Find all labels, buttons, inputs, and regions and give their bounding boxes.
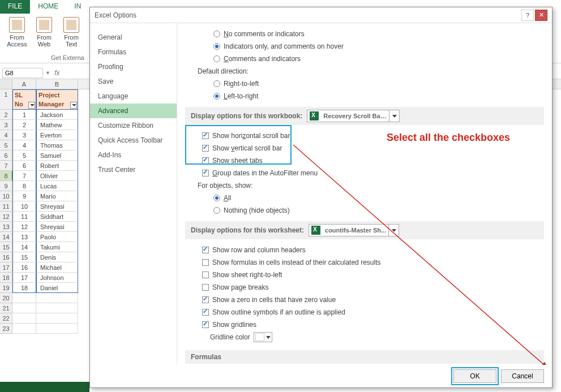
- tab-file[interactable]: FILE: [0, 0, 30, 14]
- row-header[interactable]: 15: [0, 242, 12, 252]
- cell-pm[interactable]: Shreyasi: [36, 222, 78, 232]
- cell-pm[interactable]: Siddhart: [36, 212, 78, 222]
- chevron-down-icon[interactable]: [388, 225, 399, 236]
- cell-slno[interactable]: 12: [12, 222, 36, 232]
- radio-obj-hide[interactable]: [213, 207, 220, 214]
- filter-dropdown-icon[interactable]: [70, 102, 77, 109]
- from-web-button[interactable]: FromWeb: [32, 16, 57, 48]
- empty-cell[interactable]: [36, 293, 78, 303]
- sidebar-item-trust-center[interactable]: Trust Center: [90, 162, 177, 177]
- row-header[interactable]: 2: [0, 110, 12, 120]
- help-button[interactable]: ?: [521, 10, 534, 21]
- fx-icon[interactable]: fx: [53, 69, 62, 77]
- check-sheet-rtl[interactable]: [202, 272, 209, 278]
- check-page-breaks[interactable]: [202, 284, 209, 291]
- radio-no-comments[interactable]: [213, 31, 220, 37]
- cell-slno[interactable]: 11: [12, 212, 36, 222]
- cell-pm[interactable]: Takumi: [36, 242, 78, 252]
- radio-comments-indicators[interactable]: [213, 55, 220, 62]
- check-sheet-tabs[interactable]: [202, 157, 209, 164]
- row-header[interactable]: 10: [0, 191, 12, 201]
- tab-insert[interactable]: IN: [66, 0, 89, 14]
- cell-pm[interactable]: Mario: [36, 191, 78, 201]
- row-header[interactable]: 17: [0, 262, 12, 273]
- cell-slno[interactable]: 16: [12, 262, 36, 273]
- radio-ltr[interactable]: [213, 93, 220, 100]
- check-hscroll[interactable]: [202, 132, 209, 139]
- col-header-b[interactable]: B: [36, 79, 78, 89]
- cell-slno[interactable]: 1: [12, 110, 36, 120]
- row-header[interactable]: 11: [0, 201, 12, 212]
- row-header[interactable]: 16: [0, 252, 12, 262]
- cell-slno[interactable]: 5: [12, 150, 36, 161]
- row-header[interactable]: 8: [0, 171, 12, 181]
- cell-pm[interactable]: Samuel: [36, 150, 78, 161]
- radio-obj-all[interactable]: [213, 195, 220, 201]
- row-header[interactable]: 19: [0, 283, 12, 293]
- check-show-zero[interactable]: [202, 296, 209, 303]
- cancel-button[interactable]: Cancel: [501, 369, 544, 383]
- row-header[interactable]: 20: [0, 293, 12, 303]
- dropdown-icon[interactable]: ▼: [45, 70, 50, 76]
- cell-slno[interactable]: 7: [12, 171, 36, 181]
- row-header[interactable]: 18: [0, 273, 12, 283]
- row-header[interactable]: 7: [0, 161, 12, 171]
- radio-indicators-only[interactable]: [213, 43, 220, 50]
- cell-pm[interactable]: Mathew: [36, 120, 78, 130]
- cell-slno[interactable]: 15: [12, 252, 36, 262]
- cell-slno[interactable]: 10: [12, 201, 36, 212]
- check-row-col-headers[interactable]: [202, 247, 209, 253]
- cell-slno[interactable]: 3: [12, 130, 36, 140]
- dialog-titlebar[interactable]: Excel Options ? ✕: [90, 7, 552, 23]
- empty-cell[interactable]: [12, 324, 36, 334]
- select-all-corner[interactable]: [0, 79, 12, 89]
- cell-pm[interactable]: Michael: [36, 262, 78, 273]
- check-vscroll[interactable]: [202, 145, 209, 152]
- row-header[interactable]: 22: [0, 313, 12, 324]
- sidebar-item-language[interactable]: Language: [90, 89, 177, 104]
- check-group-dates[interactable]: [202, 170, 209, 176]
- cell-pm[interactable]: Johnson: [36, 273, 78, 283]
- cell-slno[interactable]: 17: [12, 273, 36, 283]
- gridline-color-picker[interactable]: [254, 332, 272, 342]
- dialog-main-panel[interactable]: NNo comments or indicatorso comments or …: [177, 23, 552, 365]
- check-outline-symbols[interactable]: [202, 309, 209, 316]
- cell-slno[interactable]: 18: [12, 283, 36, 293]
- cell-pm[interactable]: Jackson: [36, 110, 78, 120]
- close-button[interactable]: ✕: [535, 10, 547, 21]
- table-header-slno[interactable]: SLNo: [12, 89, 36, 110]
- worksheet-combo[interactable]: countifs-Master Sh...: [309, 224, 399, 236]
- check-show-formulas[interactable]: [202, 259, 209, 266]
- sidebar-item-customize-ribbon[interactable]: Customize Ribbon: [90, 118, 177, 133]
- cell-pm[interactable]: Paolo: [36, 232, 78, 242]
- empty-cell[interactable]: [12, 293, 36, 303]
- cell-pm[interactable]: Denis: [36, 252, 78, 262]
- check-gridlines[interactable]: [202, 321, 209, 328]
- cell-pm[interactable]: Olivier: [36, 171, 78, 181]
- cell-pm[interactable]: Robert: [36, 161, 78, 171]
- empty-cell[interactable]: [12, 303, 36, 313]
- empty-cell[interactable]: [12, 313, 36, 324]
- table-header-pm[interactable]: ProjectManager: [36, 89, 78, 110]
- cell-slno[interactable]: 2: [12, 120, 36, 130]
- tab-home[interactable]: HOME: [30, 0, 66, 14]
- col-header-a[interactable]: A: [12, 79, 36, 89]
- row-header[interactable]: 9: [0, 181, 12, 191]
- empty-cell[interactable]: [36, 324, 78, 334]
- row-header[interactable]: 6: [0, 150, 12, 161]
- cell-pm[interactable]: Thomas: [36, 140, 78, 150]
- sidebar-item-save[interactable]: Save: [90, 74, 177, 89]
- from-access-button[interactable]: FromAccess: [5, 16, 29, 48]
- cell-pm[interactable]: Shreyasi: [36, 201, 78, 212]
- cell-pm[interactable]: Daniel: [36, 283, 78, 293]
- cell-slno[interactable]: 9: [12, 191, 36, 201]
- sidebar-item-quick-access-toolbar[interactable]: Quick Access Toolbar: [90, 133, 177, 148]
- row-header[interactable]: 5: [0, 140, 12, 150]
- sidebar-item-proofing[interactable]: Proofing: [90, 59, 177, 74]
- ok-button[interactable]: OK: [453, 369, 496, 383]
- from-text-button[interactable]: FromText: [59, 16, 84, 48]
- chevron-down-icon[interactable]: [389, 110, 399, 122]
- row-header[interactable]: 3: [0, 120, 12, 130]
- row-header[interactable]: 1: [0, 89, 12, 110]
- cell-slno[interactable]: 4: [12, 140, 36, 150]
